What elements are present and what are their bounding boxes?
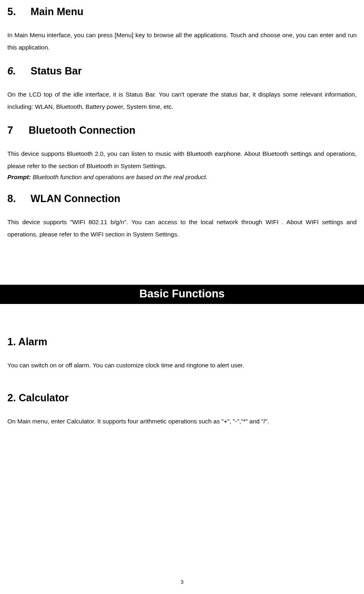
heading-number: 7 [7, 124, 13, 136]
prompt-text: Bluetooth function and operations are ba… [31, 173, 208, 180]
prompt-label: Prompt: [7, 173, 31, 180]
page-number: 3 [0, 579, 364, 585]
body-wlan: This device supports "WIFI 802.11 b/g/n"… [7, 216, 357, 241]
banner-basic-functions: Basic Functions [0, 285, 364, 304]
heading-calculator: 2. Calculator [7, 392, 357, 404]
body-calculator: On Main menu, enter Calculator. It suppo… [7, 415, 357, 428]
heading-number: 8. [7, 193, 16, 204]
body-alarm: You can switch on or off alarm. You can … [7, 359, 357, 371]
heading-status-bar: 6.Status Bar [7, 65, 357, 77]
body-bluetooth: This device supports Bluetooth 2.0, you … [7, 148, 357, 172]
heading-bluetooth: 7Bluetooth Connection [7, 124, 357, 136]
heading-title: Bluetooth Connection [29, 124, 135, 136]
heading-title: Main Menu [31, 6, 83, 17]
heading-number: 5. [7, 6, 16, 17]
heading-wlan: 8.WLAN Connection [7, 193, 357, 205]
heading-number: 6. [7, 65, 16, 76]
heading-title: WLAN Connection [31, 193, 120, 204]
heading-title: Status Bar [31, 65, 82, 76]
body-main-menu: In Main Menu interface, you can press [M… [7, 29, 357, 54]
heading-main-menu: 5.Main Menu [7, 6, 357, 18]
prompt-bluetooth: Prompt: Bluetooth function and operation… [7, 172, 357, 182]
body-status-bar: On the LCD top of the idle interface, it… [7, 88, 357, 113]
heading-alarm: 1. Alarm [7, 336, 357, 348]
